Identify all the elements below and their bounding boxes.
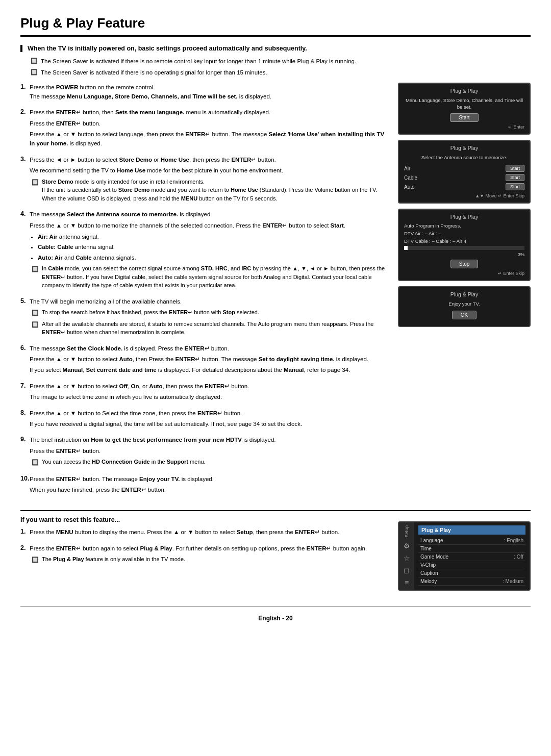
tv-stop-button: Stop (450, 260, 479, 268)
step-1-content: Press the POWER button on the remote con… (30, 83, 388, 103)
step-10-content: Press the ENTER↵ button. The message Enj… (30, 474, 388, 496)
tv-screen-4-title: Plug & Play (404, 291, 524, 297)
step-4-num: 4. (20, 210, 30, 217)
tv-screen-3-progress-fill (404, 246, 408, 250)
reset-step-2-num: 2. (20, 544, 30, 551)
tv-screen-1-btn-row: Start (404, 113, 524, 122)
step-4-content: The message Select the Antenna source to… (30, 210, 388, 291)
setup-row-caption-label: Caption (420, 570, 438, 576)
step-6: 6. The message Set the Clock Mode. is di… (20, 344, 388, 376)
reset-step-1: 1. Press the MENU button to display the … (20, 527, 388, 538)
step-2: 2. Press the ENTER↵ button, then Sets th… (20, 108, 388, 150)
setup-row-language-label: Language (420, 538, 443, 543)
reset-step-1-content: Press the MENU button to display the men… (30, 527, 388, 538)
setup-main: Plug & Play Language : English Time Game… (414, 522, 530, 590)
step-10: 10. Press the ENTER↵ button. The message… (20, 474, 388, 496)
step-5-note-1: 🔲 To stop the search before it has finis… (30, 308, 388, 318)
step-3-num: 3. (20, 156, 30, 163)
step-8-content: Press the ▲ or ▼ button to Select the ti… (30, 409, 388, 431)
step-4: 4. The message Select the Antenna source… (20, 210, 388, 291)
step-7: 7. Press the ▲ or ▼ button to select Off… (20, 382, 388, 404)
tv-screen-2-row-cable: Cable Start (404, 173, 524, 182)
step-3-content: Press the ◄ or ► button to select Store … (30, 155, 388, 205)
intro-note-1: 🔲 The Screen Saver is activated if there… (20, 57, 531, 66)
tv-screen-4: Plug & Play Enjoy your TV. OK (398, 286, 531, 326)
setup-sidebar-label: Setup (404, 525, 409, 538)
tv-screen-4-btn-row: OK (404, 311, 524, 319)
step-7-content: Press the ▲ or ▼ button to select Off, O… (30, 382, 388, 404)
setup-row-language: Language : English (418, 537, 525, 545)
setup-row-melody-value: : Medium (503, 578, 523, 584)
tv-start-button-1: Start (450, 113, 478, 122)
note-icon-4: 🔲 (32, 265, 39, 274)
intro-note-text-2: The Screen Saver is activated if there i… (41, 68, 267, 77)
setup-row-melody-label: Melody (420, 578, 437, 584)
setup-row-caption: Caption (418, 569, 525, 577)
note-icon-reset: 🔲 (32, 556, 39, 565)
intro-note-2: 🔲 The Screen Saver is activated if there… (20, 68, 531, 77)
tv-screen-2-msg: Select the Antenna source to memorize. (404, 154, 524, 161)
setup-row-vchip: V-Chip (418, 561, 525, 569)
step-9-note: 🔲 You can access the HD Connection Guide… (30, 458, 388, 467)
tv-screen-1-hint: ↵ Enter (404, 124, 524, 130)
step-4-note: 🔲 In Cable mode, you can select the corr… (30, 264, 388, 290)
note-icon-2: 🔲 (31, 69, 38, 75)
setup-row-gamemode: Game Mode : Off (418, 553, 525, 561)
step-7-num: 7. (20, 382, 30, 389)
tv-screen-3-dtv-cable: DTV Cable : – Cable : – Air 4 (404, 238, 524, 244)
tv-screen-1-title: Plug & Play (404, 88, 524, 94)
setup-row-time-label: Time (420, 546, 432, 551)
step-8: 8. Press the ▲ or ▼ button to Select the… (20, 409, 388, 431)
setup-menu-box: Setup ⚙ ☆ ◻ ≡ Plug & Play Language : Eng… (398, 521, 531, 591)
reset-section-wrapper: If you want to reset this feature... 1. … (20, 516, 531, 591)
step-6-num: 6. (20, 344, 30, 351)
setup-sidebar: Setup ⚙ ☆ ◻ ≡ (399, 522, 414, 590)
reset-section-left: If you want to reset this feature... 1. … (20, 516, 388, 591)
intro-note-text-1: The Screen Saver is activated if there i… (41, 57, 356, 66)
step-3-note: 🔲 Store Demo mode is only intended for u… (30, 178, 388, 203)
step-5: 5. The TV will begin memorizing all of t… (20, 297, 388, 339)
tv-screen-3: Plug & Play Auto Program in Progress. DT… (398, 209, 531, 281)
reset-section-title: If you want to reset this feature... (20, 516, 388, 523)
footer-bar: English - 20 (20, 606, 531, 622)
tv-screen-3-title: Plug & Play (404, 214, 524, 220)
tv-screen-3-progress-bar (404, 246, 524, 250)
step-5-content: The TV will begin memorizing all of the … (30, 297, 388, 339)
reset-step-1-num: 1. (20, 528, 30, 535)
tv-screen-3-hint: ↵ Enter Skip (404, 271, 524, 276)
note-icon-5a: 🔲 (32, 309, 39, 318)
note-icon-1: 🔲 (31, 58, 38, 64)
tv-screen-4-msg: Enjoy your TV. (404, 300, 524, 307)
setup-menu-header: Plug & Play (418, 525, 525, 535)
tv-screens-column: Plug & Play Menu Language, Store Demo, C… (398, 83, 531, 501)
step-2-content: Press the ENTER↵ button, then Sets the m… (30, 108, 388, 150)
tv-screen-1: Plug & Play Menu Language, Store Demo, C… (398, 83, 531, 135)
note-icon-9: 🔲 (32, 458, 39, 467)
reset-step-2: 2. Press the ENTER↵ button again to sele… (20, 544, 388, 567)
setup-row-melody: Melody : Medium (418, 577, 525, 586)
setup-row-gamemode-value: : Off (514, 554, 523, 560)
setup-row-gamemode-label: Game Mode (420, 554, 448, 560)
step-1-num: 1. (20, 83, 30, 90)
section-divider (20, 510, 531, 511)
reset-step-2-content: Press the ENTER↵ button again to select … (30, 544, 388, 567)
steps-column: 1. Press the POWER button on the remote … (20, 83, 388, 501)
footer-text: English - 20 (258, 615, 292, 622)
tv-screen-2: Plug & Play Select the Antenna source to… (398, 140, 531, 204)
setup-row-vchip-label: V-Chip (420, 562, 436, 568)
tv-screen-2-row-auto: Auto Start (404, 182, 524, 191)
step-8-num: 8. (20, 409, 30, 416)
main-content: 1. Press the POWER button on the remote … (20, 83, 531, 501)
tv-screen-3-btn-row: Stop (404, 260, 524, 268)
note-icon-5b: 🔲 (32, 320, 39, 330)
step-9-content: The brief instruction on How to get the … (30, 435, 388, 469)
step-6-content: The message Set the Clock Mode. is displ… (30, 344, 388, 376)
step-9-num: 9. (20, 436, 30, 443)
tv-screen-2-title: Plug & Play (404, 145, 524, 151)
step-2-num: 2. (20, 108, 30, 115)
note-icon-3: 🔲 (32, 178, 39, 187)
tv-ok-button: OK (452, 311, 477, 319)
step-3: 3. Press the ◄ or ► button to select Sto… (20, 155, 388, 205)
tv-screen-3-pct: 3% (404, 252, 524, 257)
step-10-num: 10. (20, 475, 30, 482)
